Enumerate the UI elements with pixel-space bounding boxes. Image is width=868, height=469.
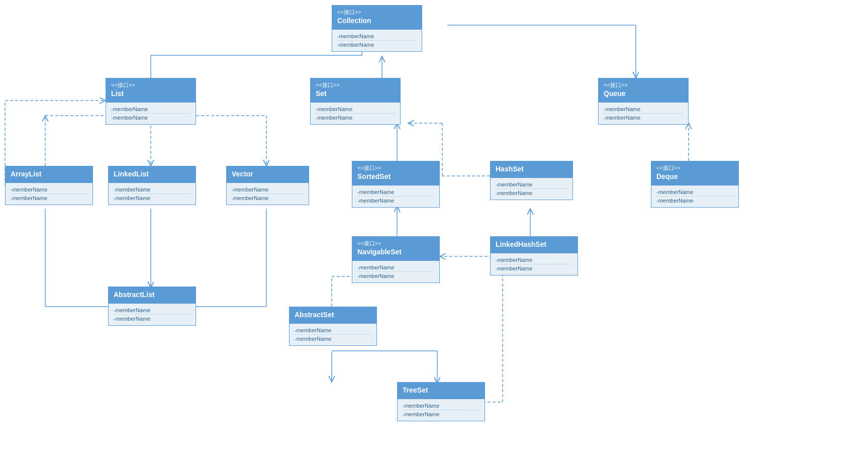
class-Collection: <<接口>> Collection -memberName -memberNam…: [332, 5, 422, 52]
member: -memberName: [232, 185, 304, 194]
member: -memberName: [316, 105, 395, 114]
class-Vector-body: -memberName -memberName: [227, 182, 309, 205]
member: -memberName: [403, 410, 479, 418]
class-AbstractSet-header: AbstractSet: [290, 307, 376, 323]
class-Queue-stereotype: <<接口>>: [604, 81, 683, 89]
class-Set-stereotype: <<接口>>: [316, 81, 395, 89]
class-Vector-header: Vector: [227, 166, 309, 182]
member: -memberName: [357, 197, 434, 205]
member: -memberName: [11, 194, 87, 202]
class-Deque-body: -memberName -memberName: [651, 185, 738, 207]
class-SortedSet: <<接口>> SortedSet -memberName -memberName: [352, 161, 440, 208]
class-NavigableSet-stereotype: <<接口>>: [357, 240, 434, 247]
member: -memberName: [604, 105, 683, 114]
member: -memberName: [114, 185, 190, 194]
class-SortedSet-stereotype: <<接口>>: [357, 164, 434, 172]
member: -memberName: [11, 185, 87, 194]
class-ArrayList: ArrayList -memberName -memberName: [5, 166, 93, 205]
class-HashSet-name: HashSet: [496, 164, 567, 174]
class-LinkedHashSet: LinkedHashSet -memberName -memberName: [490, 236, 578, 275]
member: -memberName: [496, 189, 567, 197]
class-Collection-header: <<接口>> Collection: [332, 6, 422, 29]
class-ArrayList-name: ArrayList: [11, 169, 87, 179]
class-Vector: Vector -memberName -memberName: [226, 166, 309, 205]
class-LinkedList: LinkedList -memberName -memberName: [108, 166, 196, 205]
member: -memberName: [656, 188, 733, 197]
member: -memberName: [604, 114, 683, 122]
class-Queue: <<接口>> Queue -memberName -memberName: [598, 78, 689, 125]
class-SortedSet-header: <<接口>> SortedSet: [352, 161, 439, 185]
class-TreeSet: TreeSet -memberName -memberName: [397, 382, 485, 421]
class-NavigableSet-body: -memberName -memberName: [352, 260, 439, 283]
class-Vector-name: Vector: [232, 169, 304, 179]
class-TreeSet-body: -memberName -memberName: [398, 399, 485, 421]
class-Deque-name: Deque: [656, 172, 733, 182]
class-Queue-body: -memberName -memberName: [599, 102, 688, 124]
class-AbstractList: AbstractList -memberName -memberName: [108, 287, 196, 326]
class-Collection-body: -memberName -memberName: [332, 29, 422, 51]
class-Deque: <<接口>> Deque -memberName -memberName: [651, 161, 739, 208]
member: -memberName: [114, 306, 190, 315]
class-Collection-name: Collection: [337, 16, 417, 26]
member: -memberName: [295, 326, 371, 335]
class-LinkedHashSet-name: LinkedHashSet: [496, 240, 572, 250]
member: -memberName: [496, 264, 572, 272]
member: -memberName: [295, 335, 371, 343]
class-ArrayList-body: -memberName -memberName: [6, 182, 92, 205]
class-HashSet: HashSet -memberName -memberName: [490, 161, 573, 200]
class-LinkedList-header: LinkedList: [109, 166, 196, 182]
class-List-body: -memberName -memberName: [106, 102, 196, 124]
class-AbstractList-name: AbstractList: [114, 290, 190, 300]
member: -memberName: [337, 41, 417, 49]
class-AbstractSet: AbstractSet -memberName -memberName: [289, 307, 377, 346]
class-TreeSet-header: TreeSet: [398, 383, 485, 399]
class-List-stereotype: <<接口>>: [111, 81, 190, 89]
member: -memberName: [316, 114, 395, 122]
class-SortedSet-body: -memberName -memberName: [352, 185, 439, 207]
class-Deque-stereotype: <<接口>>: [656, 164, 733, 172]
member: -memberName: [656, 197, 733, 205]
member: -memberName: [114, 194, 190, 202]
member: -memberName: [357, 188, 434, 197]
member: -memberName: [232, 194, 304, 202]
class-LinkedList-name: LinkedList: [114, 169, 190, 179]
class-Queue-name: Queue: [604, 89, 683, 99]
member: -memberName: [496, 256, 572, 264]
class-SortedSet-name: SortedSet: [357, 172, 434, 182]
class-AbstractList-body: -memberName -memberName: [109, 303, 196, 325]
class-LinkedList-body: -memberName -memberName: [109, 182, 196, 205]
class-Queue-header: <<接口>> Queue: [599, 78, 688, 102]
class-AbstractList-header: AbstractList: [109, 287, 196, 303]
class-Set-name: Set: [316, 89, 395, 99]
member: -memberName: [496, 180, 567, 189]
class-Deque-header: <<接口>> Deque: [651, 161, 738, 185]
class-AbstractSet-body: -memberName -memberName: [290, 323, 376, 345]
class-LinkedHashSet-body: -memberName -memberName: [491, 253, 577, 275]
class-Set-header: <<接口>> Set: [311, 78, 400, 102]
class-List-header: <<接口>> List: [106, 78, 196, 102]
class-HashSet-header: HashSet: [491, 161, 572, 177]
class-Set-body: -memberName -memberName: [311, 102, 400, 124]
member: -memberName: [403, 402, 479, 410]
member: -memberName: [357, 263, 434, 272]
class-AbstractSet-name: AbstractSet: [295, 310, 371, 320]
class-ArrayList-header: ArrayList: [6, 166, 92, 182]
member: -memberName: [111, 114, 190, 122]
class-HashSet-body: -memberName -memberName: [491, 177, 572, 200]
class-Collection-stereotype: <<接口>>: [337, 9, 417, 16]
class-NavigableSet: <<接口>> NavigableSet -memberName -memberN…: [352, 236, 440, 283]
class-LinkedHashSet-header: LinkedHashSet: [491, 237, 577, 253]
class-TreeSet-name: TreeSet: [403, 386, 479, 396]
class-List-name: List: [111, 89, 190, 99]
class-NavigableSet-header: <<接口>> NavigableSet: [352, 237, 439, 260]
class-List: <<接口>> List -memberName -memberName: [106, 78, 196, 125]
member: -memberName: [357, 272, 434, 280]
member: -memberName: [114, 315, 190, 323]
member: -memberName: [337, 32, 417, 41]
class-Set: <<接口>> Set -memberName -memberName: [310, 78, 401, 125]
class-NavigableSet-name: NavigableSet: [357, 247, 434, 257]
member: -memberName: [111, 105, 190, 114]
diagram-canvas: <<接口>> Collection -memberName -memberNam…: [0, 0, 868, 469]
